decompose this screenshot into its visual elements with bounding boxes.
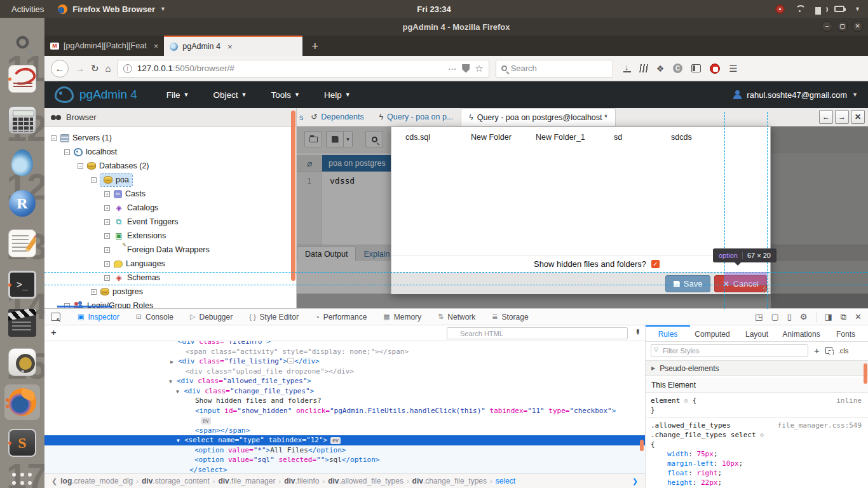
tree-horizontal-scrollbar[interactable] bbox=[57, 306, 112, 308]
user-menu[interactable]: rahul.soshte47@gmail.com ▼ bbox=[733, 90, 868, 100]
tree-item-foreign-data-wrappers[interactable]: +Foreign Data Wrappers bbox=[44, 243, 296, 257]
tree-scrollbar[interactable] bbox=[291, 111, 295, 281]
dock-item-sublime-text[interactable]: S bbox=[7, 428, 37, 458]
back-button[interactable]: ← bbox=[51, 60, 69, 78]
extension-puzzle-icon[interactable]: ❖ bbox=[656, 64, 665, 74]
rules-scrollbar[interactable] bbox=[864, 363, 867, 384]
pseudo-elements-section[interactable]: ▶ Pseudo-elements bbox=[646, 360, 868, 376]
event-badge[interactable]: ev bbox=[201, 417, 211, 424]
element-picker-icon[interactable] bbox=[51, 313, 60, 321]
expand-arrow-icon[interactable]: ▼ bbox=[176, 387, 179, 397]
breadcrumb-item-div-fileinfo[interactable]: div.fileinfo bbox=[284, 477, 319, 485]
rules-tab-fonts[interactable]: Fonts bbox=[824, 325, 868, 342]
tree-item-servers-1[interactable]: −Servers (1) bbox=[44, 131, 296, 145]
dock-item-text-editor[interactable] bbox=[7, 228, 37, 259]
dock-item-audio-player[interactable] bbox=[7, 347, 37, 377]
css-declaration[interactable]: width: 75px; bbox=[651, 449, 863, 459]
file-item-sd[interactable]: sd bbox=[614, 133, 671, 142]
partial-tab[interactable]: s bbox=[297, 109, 303, 126]
forward-button[interactable]: → bbox=[75, 63, 85, 74]
markup-line[interactable]: ▼<div class="allowed_file_types"> bbox=[44, 376, 645, 386]
app-menu[interactable]: Firefox Web Browser ▼ bbox=[58, 4, 166, 14]
window-titlebar[interactable]: pgAdmin 4 - Mozilla Firefox ‒▢✕ bbox=[44, 18, 868, 36]
tree-expander-icon[interactable]: + bbox=[104, 261, 110, 267]
file-item-new-folder[interactable]: New Folder bbox=[471, 133, 536, 142]
menu-file[interactable]: File▼ bbox=[166, 90, 189, 100]
rule-selector-1[interactable]: .allowed_file_types bbox=[651, 421, 731, 430]
activities-button[interactable]: Activities bbox=[11, 4, 44, 14]
rules-tab-computed[interactable]: Computed bbox=[690, 325, 735, 342]
markup-line[interactable]: ev bbox=[44, 416, 645, 426]
browser-panel-header[interactable]: Browser bbox=[44, 108, 296, 127]
tree-expander-icon[interactable]: + bbox=[104, 247, 110, 253]
markup-line[interactable]: Show hidden files and folders? bbox=[44, 396, 645, 406]
tab-close-button[interactable]: ✕ bbox=[851, 110, 865, 124]
breadcrumb-item-div-change-file-types[interactable]: div.change_file_types bbox=[412, 477, 487, 485]
url-bar[interactable]: i 127.0.0.1:5050/browser/# ⋯ ☆ bbox=[118, 60, 489, 78]
breadcrumb-forward-icon[interactable]: ❯ bbox=[629, 477, 641, 485]
markup-line[interactable]: <div class="upload_file dropzone"></div> bbox=[44, 367, 645, 377]
query-tab-query-poa-on-p[interactable]: ϟQuery - poa on p... bbox=[372, 108, 461, 126]
tab-close-icon[interactable]: × bbox=[154, 41, 159, 51]
downloads-icon[interactable] bbox=[623, 64, 631, 72]
split-console-icon[interactable]: ▢ bbox=[771, 312, 778, 322]
bookmark-star-icon[interactable]: ☆ bbox=[475, 63, 483, 74]
menu-tools[interactable]: Tools▼ bbox=[271, 90, 299, 100]
tab-close-icon[interactable]: × bbox=[227, 42, 233, 51]
tab-scroll-left-button[interactable]: ← bbox=[819, 110, 833, 124]
devtools-tab-debugger[interactable]: ▷Debugger bbox=[182, 309, 241, 325]
css-declaration[interactable]: float: right; bbox=[651, 468, 863, 478]
new-tab-button[interactable]: + bbox=[311, 39, 318, 53]
close-devtools-icon[interactable]: ✕ bbox=[855, 312, 862, 322]
collapsed-ellipsis-badge[interactable]: … bbox=[287, 358, 294, 363]
tree-item-poa[interactable]: −poa bbox=[44, 173, 296, 187]
tree-expander-icon[interactable]: + bbox=[104, 233, 110, 239]
tree-expander-icon[interactable]: + bbox=[104, 205, 110, 211]
devtools-tab-network[interactable]: ⇅Network bbox=[430, 309, 484, 325]
rule-source-link[interactable]: file_manager.css:549 bbox=[778, 421, 862, 430]
eyedropper-icon[interactable]: ✒ bbox=[633, 329, 642, 336]
rules-tab-layout[interactable]: Layout bbox=[735, 325, 779, 342]
dock-item-document-viewer[interactable] bbox=[7, 64, 37, 94]
browser-tab-pgadmin-4[interactable]: pgAdmin 4× bbox=[164, 36, 302, 56]
rules-tab-animations[interactable]: Animations bbox=[779, 325, 824, 342]
devtools-tab-performance[interactable]: ◔Performance bbox=[307, 309, 375, 325]
extension-c-icon[interactable]: C bbox=[673, 64, 682, 73]
breadcrumb-item-select[interactable]: select bbox=[496, 477, 515, 485]
dock-item-firefox[interactable] bbox=[4, 384, 40, 420]
breadcrumb-back-icon[interactable]: ❮ bbox=[48, 477, 60, 485]
devtools-tab-memory[interactable]: ▦Memory bbox=[375, 309, 430, 325]
tree-item-catalogs[interactable]: +◈Catalogs bbox=[44, 201, 296, 215]
markup-line[interactable]: <div class="fileinfo"> bbox=[44, 341, 645, 347]
tree-expander-icon[interactable]: − bbox=[64, 149, 70, 155]
query-tab-dependents[interactable]: ↺Dependents bbox=[303, 108, 371, 126]
save-button[interactable]: Save bbox=[665, 275, 711, 292]
settings-icon[interactable]: ⚙ bbox=[800, 312, 808, 322]
rule-selector-2[interactable]: .change_file_types select bbox=[651, 431, 756, 439]
tree-item-languages[interactable]: +Languages bbox=[44, 257, 296, 271]
add-rule-button[interactable]: + bbox=[814, 345, 820, 356]
filter-styles-input[interactable] bbox=[651, 344, 808, 356]
tree-expander-icon[interactable]: − bbox=[78, 163, 83, 169]
page-actions-icon[interactable]: ⋯ bbox=[448, 64, 458, 74]
devtools-tab-inspector[interactable]: ▣Inspector bbox=[69, 309, 128, 325]
search-html-input[interactable] bbox=[447, 327, 628, 339]
expand-arrow-icon[interactable]: ▼ bbox=[169, 377, 172, 387]
menu-hamburger-icon[interactable]: ☰ bbox=[729, 63, 737, 74]
markup-line[interactable]: <option value="*">All Files</option> bbox=[44, 445, 645, 456]
dock-item-video-editor[interactable] bbox=[7, 308, 37, 338]
site-info-icon[interactable]: i bbox=[123, 64, 132, 73]
pgadmin-brand[interactable]: pgAdmin 4 bbox=[44, 86, 137, 103]
responsive-mode-icon[interactable]: ▯ bbox=[787, 312, 792, 322]
expand-arrow-icon[interactable]: ▼ bbox=[177, 436, 180, 446]
dock-item-show-applications[interactable] bbox=[7, 468, 37, 488]
tree-item-databases-2[interactable]: −Databases (2) bbox=[44, 159, 296, 173]
tree-item-casts[interactable]: +∞Casts bbox=[44, 187, 296, 201]
browser-tab-pgadmin4-patch-feat[interactable]: M[pgAdmin4][Patch][Feat× bbox=[44, 36, 164, 56]
breadcrumb-item-div-storage-content[interactable]: div.storage_content bbox=[142, 477, 210, 485]
tree-expander-icon[interactable]: + bbox=[104, 275, 110, 281]
tree-expander-icon[interactable]: + bbox=[104, 219, 110, 225]
markup-line[interactable]: <span></span> bbox=[44, 426, 645, 436]
breadcrumb-item-div-allowed-file-types[interactable]: div.allowed_file_types bbox=[328, 477, 403, 485]
css-declaration[interactable]: height: 22px; bbox=[651, 478, 863, 487]
